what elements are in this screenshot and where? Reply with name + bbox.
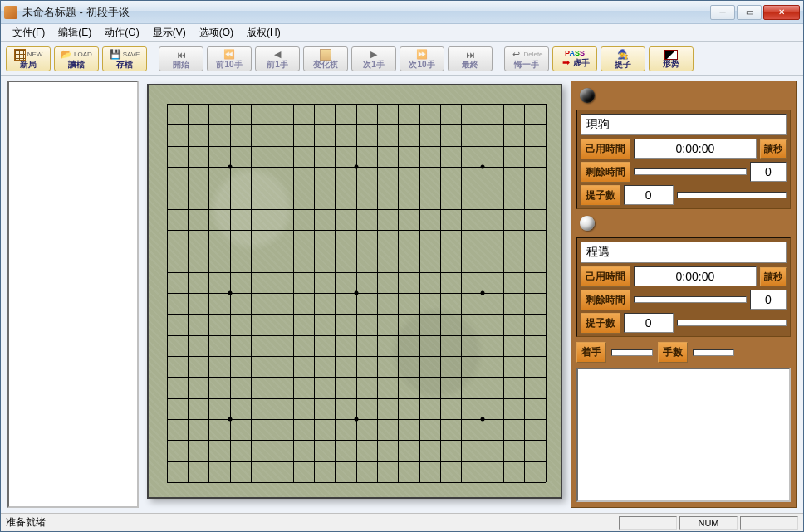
white-captures-value: 0 <box>624 313 674 333</box>
go-first-icon: ⏮ <box>175 49 187 61</box>
black-captures-label[interactable]: 提子數 <box>581 185 620 206</box>
last-move-value <box>611 349 653 356</box>
menu-options[interactable]: 选项(O) <box>193 24 240 41</box>
white-byoyomi-button[interactable]: 讀秒 <box>760 267 787 286</box>
last-move-label[interactable]: 着手 <box>576 342 606 363</box>
minimize-button[interactable]: ─ <box>710 5 735 20</box>
floppy-icon: 💾 <box>110 49 121 61</box>
black-captures2-value <box>677 192 787 198</box>
white-remaining-value <box>634 296 747 303</box>
bw-icon <box>664 50 678 60</box>
undo-icon: ↩ <box>510 49 522 61</box>
black-remaining-value <box>634 168 747 175</box>
window-title: 未命名标题 - 初段手谈 <box>22 5 710 20</box>
undo-button[interactable]: ↩Delete 悔一手 <box>504 46 549 71</box>
toolbar: NEW 新局 📂LOAD 讀檔 💾SAVE 存檔 ⏮ 開始 ⏪ 前10手 ◀ 前… <box>1 42 803 76</box>
status-cell-1 <box>619 516 677 530</box>
black-captures-value: 0 <box>624 185 674 205</box>
menu-view[interactable]: 显示(V) <box>146 24 193 41</box>
status-cell-3 <box>740 516 798 530</box>
turn-indicator-black <box>576 86 791 105</box>
white-captures2-value <box>677 320 787 326</box>
maximize-icon: ▭ <box>746 7 753 17</box>
titlebar[interactable]: 未命名标题 - 初段手谈 ─ ▭ ✕ <box>1 1 803 24</box>
back10-button[interactable]: ⏪ 前10手 <box>207 46 252 71</box>
black-player-block: 珼驹 己用時間 0:00:00 讀秒 剩餘時間 0 提子數 0 <box>576 110 791 209</box>
white-player-name: 程邁 <box>581 242 787 263</box>
go-start-button[interactable]: ⏮ 開始 <box>159 46 203 71</box>
move-count-value <box>693 349 734 356</box>
move-list-panel[interactable] <box>7 81 139 508</box>
maximize-button[interactable]: ▭ <box>737 5 762 20</box>
status-text: 准备就绪 <box>6 515 616 530</box>
pass-button[interactable]: PASS ➡虚手 <box>552 46 597 71</box>
app-icon <box>4 6 17 19</box>
menu-file[interactable]: 文件(F) <box>6 24 51 41</box>
menubar: 文件(F) 编辑(E) 动作(G) 显示(V) 选项(O) 版权(H) <box>1 24 803 42</box>
white-player-block: 程邁 己用時間 0:00:00 讀秒 剩餘時間 0 提子數 0 <box>576 237 791 337</box>
fwd10-button[interactable]: ⏩ 次10手 <box>400 46 444 71</box>
move-count-label[interactable]: 手數 <box>658 342 688 363</box>
black-stone-icon <box>580 88 595 103</box>
variation-button[interactable]: 变化棋 <box>303 46 348 71</box>
save-button[interactable]: 💾SAVE 存檔 <box>102 46 147 71</box>
black-player-name: 珼驹 <box>581 114 787 135</box>
black-byoyomi-count: 0 <box>750 162 787 182</box>
comment-textarea[interactable] <box>576 368 791 502</box>
menu-edit[interactable]: 编辑(E) <box>51 24 98 41</box>
white-captures-label[interactable]: 提子數 <box>581 313 620 334</box>
minimize-icon: ─ <box>719 7 725 17</box>
go-last-icon: ⏭ <box>464 49 476 61</box>
menu-action[interactable]: 动作(G) <box>98 24 145 41</box>
status-numlock: NUM <box>679 516 738 530</box>
white-elapsed-label[interactable]: 己用時間 <box>581 266 630 287</box>
variation-icon <box>320 49 331 61</box>
fast-fwd-icon: ⏩ <box>416 49 428 61</box>
black-elapsed-label[interactable]: 己用時間 <box>581 139 630 159</box>
move-info-row: 着手 手數 <box>576 342 791 363</box>
white-elapsed-value: 0:00:00 <box>634 266 757 286</box>
hint-icon: 🧙 <box>617 49 629 61</box>
black-remaining-label[interactable]: 剩餘時間 <box>581 162 630 183</box>
fwd1-button[interactable]: ▶ 次1手 <box>351 46 396 71</box>
content-area: 珼驹 己用時間 0:00:00 讀秒 剩餘時間 0 提子數 0 <box>1 76 803 513</box>
white-byoyomi-count: 0 <box>750 290 787 310</box>
black-elapsed-value: 0:00:00 <box>634 139 757 159</box>
go-board[interactable] <box>147 84 562 499</box>
arrow-icon: ➡ <box>560 57 571 69</box>
menu-about[interactable]: 版权(H) <box>240 24 287 41</box>
close-icon: ✕ <box>778 7 785 17</box>
load-button[interactable]: 📂LOAD 讀檔 <box>54 46 99 71</box>
white-stone-icon <box>580 216 595 231</box>
step-fwd-icon: ▶ <box>368 49 380 61</box>
rewind-icon: ⏪ <box>223 49 235 61</box>
back1-button[interactable]: ◀ 前1手 <box>255 46 300 71</box>
close-button[interactable]: ✕ <box>763 5 800 20</box>
step-back-icon: ◀ <box>272 49 283 61</box>
hint-button[interactable]: 🧙 提子 <box>601 46 645 71</box>
black-byoyomi-button[interactable]: 讀秒 <box>760 139 787 159</box>
grid-icon <box>14 49 26 61</box>
statusbar: 准备就绪 NUM <box>1 513 803 531</box>
pass-icon: PASS <box>565 49 585 57</box>
new-game-button[interactable]: NEW 新局 <box>6 46 51 71</box>
shape-button[interactable]: 形势 <box>649 46 694 71</box>
white-remaining-label[interactable]: 剩餘時間 <box>581 290 630 310</box>
turn-indicator-white <box>576 214 791 232</box>
app-window: 未命名标题 - 初段手谈 ─ ▭ ✕ 文件(F) 编辑(E) 动作(G) 显示(… <box>0 0 804 532</box>
info-panel: 珼驹 己用時間 0:00:00 讀秒 剩餘時間 0 提子數 0 <box>571 81 797 508</box>
folder-open-icon: 📂 <box>61 49 72 61</box>
go-end-button[interactable]: ⏭ 最終 <box>448 46 493 71</box>
board-container <box>144 81 566 508</box>
